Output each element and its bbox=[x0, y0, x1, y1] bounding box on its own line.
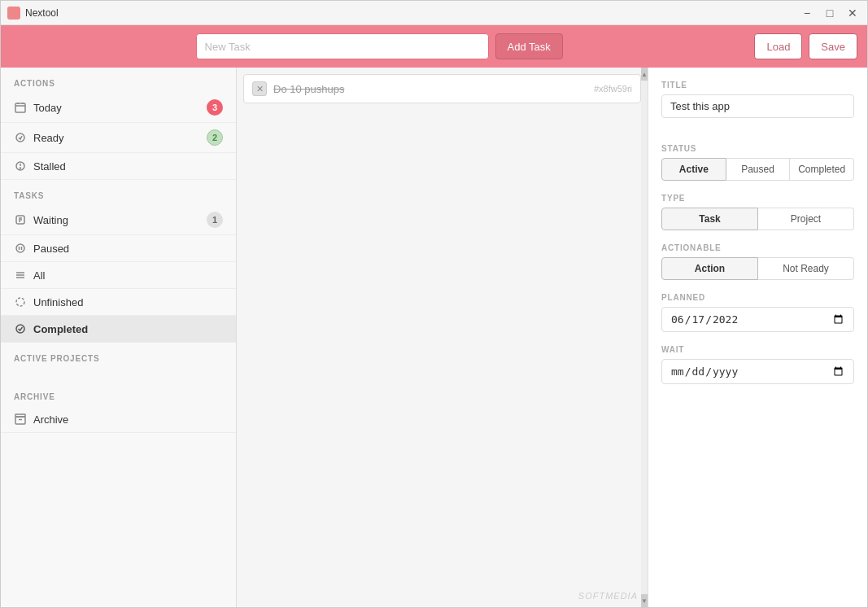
svg-point-4 bbox=[16, 133, 24, 142]
app-title: Nextool bbox=[25, 7, 799, 19]
close-button[interactable]: ✕ bbox=[844, 5, 861, 21]
svg-point-12 bbox=[16, 244, 24, 252]
status-btn-group: Active Paused Completed bbox=[661, 158, 854, 181]
type-task-button[interactable]: Task bbox=[661, 208, 758, 230]
toolbar: Add Task Load Save bbox=[1, 25, 867, 68]
ready-icon bbox=[14, 131, 27, 144]
wait-date-input[interactable] bbox=[661, 359, 854, 384]
sidebar-today-badge: 3 bbox=[207, 99, 223, 116]
sidebar-item-ready[interactable]: Ready 2 bbox=[1, 123, 236, 153]
sidebar-waiting-label: Waiting bbox=[33, 214, 200, 226]
actionable-field-label: ACTIONABLE bbox=[661, 243, 854, 252]
planned-section: PLANNED bbox=[661, 293, 854, 332]
calendar-icon bbox=[14, 101, 27, 114]
svg-point-19 bbox=[16, 325, 24, 333]
sidebar-waiting-badge: 1 bbox=[207, 212, 223, 228]
planned-field-label: PLANNED bbox=[661, 293, 854, 302]
status-active-button[interactable]: Active bbox=[661, 158, 726, 181]
window-controls: − □ ✕ bbox=[799, 5, 861, 21]
sidebar-item-today[interactable]: Today 3 bbox=[1, 93, 236, 123]
add-task-button[interactable]: Add Task bbox=[495, 33, 563, 59]
scroll-down-button[interactable]: ▼ bbox=[641, 594, 648, 607]
sidebar-item-waiting[interactable]: Waiting 1 bbox=[1, 205, 236, 235]
active-projects-section-label: ACTIVE PROJECTS bbox=[1, 343, 236, 368]
task-close-button[interactable]: ✕ bbox=[252, 81, 267, 96]
stalled-icon bbox=[14, 160, 27, 173]
detail-panel: TITLE STATUS Active Paused Completed TYP… bbox=[648, 68, 867, 607]
svg-rect-0 bbox=[15, 103, 25, 112]
all-icon bbox=[14, 269, 27, 282]
actionable-btn-group: Action Not Ready bbox=[661, 257, 854, 280]
actionable-section: ACTIONABLE Action Not Ready bbox=[661, 243, 854, 280]
new-task-input[interactable] bbox=[196, 33, 489, 59]
type-btn-group: Task Project bbox=[661, 208, 854, 230]
sidebar-item-stalled[interactable]: Stalled bbox=[1, 153, 236, 180]
status-section: STATUS Active Paused Completed bbox=[661, 144, 854, 181]
status-completed-button[interactable]: Completed bbox=[790, 158, 854, 181]
sidebar: ACTIONS Today 3 Ready bbox=[1, 68, 237, 607]
status-paused-button[interactable]: Paused bbox=[726, 158, 791, 181]
scrollbar[interactable]: ▲ ▼ bbox=[641, 68, 648, 607]
load-button[interactable]: Load bbox=[754, 33, 802, 59]
title-field-label: TITLE bbox=[661, 81, 854, 90]
title-section: TITLE bbox=[661, 81, 854, 131]
paused-icon bbox=[14, 242, 27, 255]
table-row[interactable]: ✕ Do 10 pushups #x8fw59ri bbox=[243, 74, 641, 103]
sidebar-item-unfinished[interactable]: Unfinished bbox=[1, 289, 236, 316]
svg-point-7 bbox=[20, 168, 21, 168]
sidebar-completed-label: Completed bbox=[33, 323, 223, 335]
svg-rect-20 bbox=[15, 417, 25, 424]
sidebar-today-label: Today bbox=[33, 102, 200, 114]
actions-section-label: ACTIONS bbox=[1, 68, 236, 93]
task-list-container: ✕ Do 10 pushups #x8fw59ri ▲ ▼ SOFTMEDIA bbox=[237, 68, 648, 607]
sidebar-item-paused[interactable]: Paused bbox=[1, 235, 236, 262]
scroll-up-button[interactable]: ▲ bbox=[641, 68, 648, 81]
actionable-action-button[interactable]: Action bbox=[661, 257, 758, 280]
svg-point-18 bbox=[16, 298, 24, 306]
archive-icon bbox=[14, 413, 27, 426]
status-field-label: STATUS bbox=[661, 144, 854, 153]
main-container: ACTIONS Today 3 Ready bbox=[1, 68, 867, 607]
waiting-icon bbox=[14, 213, 27, 226]
sidebar-archive-label: Archive bbox=[33, 413, 223, 426]
sidebar-item-all[interactable]: All bbox=[1, 262, 236, 289]
type-section: TYPE Task Project bbox=[661, 194, 854, 230]
title-bar: Nextool − □ ✕ bbox=[1, 1, 867, 25]
minimize-button[interactable]: − bbox=[799, 5, 815, 21]
sidebar-unfinished-label: Unfinished bbox=[33, 296, 223, 308]
planned-date-input[interactable] bbox=[661, 307, 854, 332]
watermark: SOFTMEDIA bbox=[578, 591, 638, 601]
completed-icon bbox=[14, 322, 27, 335]
sidebar-stalled-label: Stalled bbox=[33, 160, 223, 173]
wait-field-label: WAIT bbox=[661, 345, 854, 354]
maximize-button[interactable]: □ bbox=[822, 5, 838, 21]
tasks-section-label: TASKS bbox=[1, 180, 236, 205]
sidebar-ready-label: Ready bbox=[33, 132, 200, 144]
task-text: Do 10 pushups bbox=[273, 83, 587, 95]
title-input[interactable] bbox=[661, 94, 854, 118]
unfinished-icon bbox=[14, 295, 27, 308]
type-field-label: TYPE bbox=[661, 194, 854, 203]
type-project-button[interactable]: Project bbox=[758, 208, 854, 230]
sidebar-all-label: All bbox=[33, 269, 223, 282]
sidebar-paused-label: Paused bbox=[33, 243, 223, 255]
sidebar-item-completed[interactable]: Completed bbox=[1, 316, 236, 343]
sidebar-ready-badge: 2 bbox=[207, 129, 223, 146]
svg-rect-21 bbox=[15, 414, 25, 417]
archive-section-label: ARCHIVE bbox=[1, 381, 236, 406]
save-button[interactable]: Save bbox=[809, 33, 857, 59]
actionable-notready-button[interactable]: Not Ready bbox=[758, 257, 854, 280]
task-id: #x8fw59ri bbox=[594, 84, 632, 94]
wait-section: WAIT bbox=[661, 345, 854, 384]
app-icon bbox=[7, 7, 20, 20]
sidebar-item-archive[interactable]: Archive bbox=[1, 406, 236, 433]
task-list: ✕ Do 10 pushups #x8fw59ri bbox=[237, 68, 648, 607]
